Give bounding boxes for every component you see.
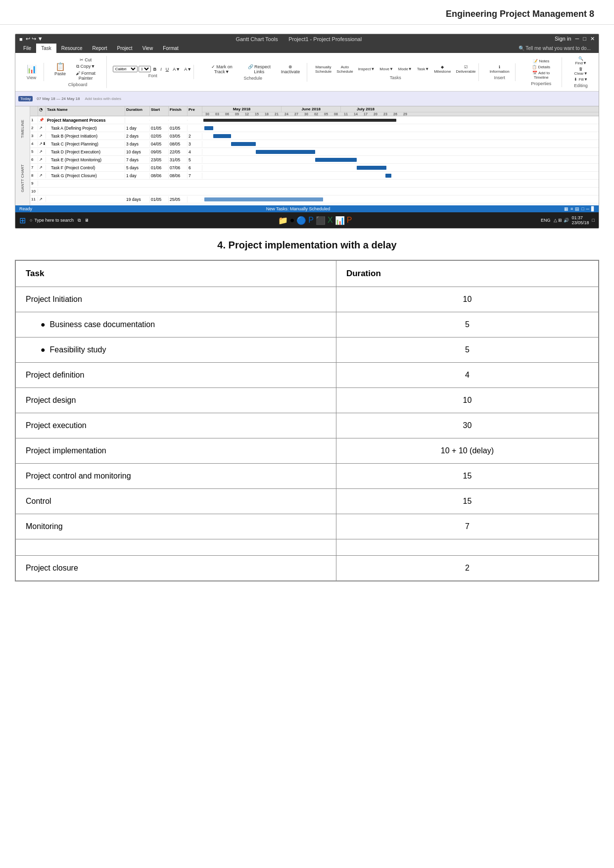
task-name-cell: Task B (Project Initiation): [46, 133, 125, 139]
ribbon-group-properties-label: Properties: [531, 81, 551, 86]
sign-in-label[interactable]: Sign in: [555, 36, 571, 42]
find-button[interactable]: 🔍 Find▼: [571, 56, 591, 66]
underline-button[interactable]: U: [164, 66, 171, 72]
copy-button[interactable]: ⧉ Copy▼: [69, 63, 102, 70]
gantt-bar: [256, 150, 315, 154]
powerpoint-icon[interactable]: P: [347, 216, 352, 225]
tab-resource[interactable]: Resource: [56, 44, 88, 53]
excel-icon[interactable]: X: [328, 216, 333, 225]
quick-access: ↩ ↪ ▼: [26, 36, 43, 42]
manually-schedule-button[interactable]: ManuallySchedule: [314, 64, 333, 74]
gantt-side-label: GANTT CHART: [20, 164, 25, 193]
ready-status: Ready: [19, 206, 32, 211]
respect-links-button[interactable]: 🔗 Respect Links: [242, 64, 277, 75]
tab-view[interactable]: View: [138, 44, 158, 53]
format-painter-button[interactable]: 🖌 Format Painter: [69, 70, 102, 81]
fill-button[interactable]: ⬇ Fill▼: [572, 77, 589, 82]
view-button-1[interactable]: ▦: [564, 206, 568, 211]
add-to-timeline-button[interactable]: 📅 Add to Timeline: [524, 70, 558, 80]
deliverable-button[interactable]: ☑ Deliverable: [454, 64, 477, 74]
clock: 01:3723/05/18: [572, 215, 589, 225]
milestone-button[interactable]: ◆ Milestone: [432, 64, 452, 74]
gantt-side-labels: TIMELINE GANTT CHART: [15, 106, 30, 205]
minimize-button[interactable]: ─: [575, 36, 579, 42]
excel2-icon[interactable]: 📊: [335, 216, 345, 225]
table-row: 3 ↗ Task B (Project Initiation) 2 days 0…: [30, 132, 599, 140]
auto-schedule-button[interactable]: AutoSchedule: [335, 64, 354, 74]
view-button-4[interactable]: □: [581, 206, 584, 211]
font-size-select[interactable]: 11: [139, 66, 151, 72]
task-name-cell: Project design: [16, 388, 336, 413]
ribbon-group-clipboard-label: Clipboard: [68, 82, 88, 87]
search-box[interactable]: ○ Type here to search: [30, 218, 74, 223]
search-text: Type here to search: [34, 218, 74, 223]
gantt-bar: [213, 134, 231, 138]
add-tasks-hint: Add tasks with dates: [85, 96, 121, 101]
col-task-header: Task: [16, 261, 336, 287]
duration-cell: 15: [336, 464, 598, 489]
taskbar-apps: 📁 ● 🔵 P ⬛ X 📊 P: [93, 216, 537, 225]
ribbon-group-editing: 🔍 Find▼ 🗑 Clear▼ ⬇ Fill▼ Editing: [567, 55, 595, 89]
windows-icon: ⊞: [19, 216, 26, 225]
tab-project[interactable]: Project: [112, 44, 138, 53]
gantt-bar: [357, 166, 386, 170]
today-indicator: Today: [18, 96, 33, 101]
information-button[interactable]: ℹ Information: [488, 64, 511, 74]
table-body: Project Initiation10● Business case docu…: [16, 287, 599, 581]
bg-color-button[interactable]: A▼: [183, 66, 193, 72]
gantt-content: ◔ Task Name Duration Start Finish Pre Ma…: [30, 106, 599, 205]
italic-button[interactable]: I: [159, 66, 163, 72]
task-button[interactable]: Task▼: [416, 66, 430, 72]
paste-button[interactable]: 📋Paste: [53, 61, 67, 77]
gantt-bar: [315, 158, 357, 162]
inspect-button[interactable]: Inspect▼: [357, 66, 377, 72]
chrome-icon[interactable]: ●: [290, 216, 295, 225]
tab-task[interactable]: Task: [36, 44, 56, 53]
gantt-bar: [204, 126, 213, 130]
move-button[interactable]: Move▼: [378, 66, 394, 72]
tab-format[interactable]: Format: [158, 44, 184, 53]
gantt-chart-button[interactable]: 📊: [25, 64, 38, 74]
clear-button[interactable]: 🗑 Clear▼: [571, 66, 591, 76]
desktop-button[interactable]: 🖥: [85, 218, 89, 223]
font-family-select[interactable]: Calibri: [113, 66, 138, 72]
mode-button[interactable]: Mode▼: [397, 66, 414, 72]
table-row: 4 ↗⬇ Task C (Project Planning) 3 days 04…: [30, 140, 599, 148]
page-title: Engineering Project Management 8: [0, 0, 614, 25]
show-desktop-button[interactable]: □: [592, 218, 595, 223]
calendar-header: May 2018 June 2018 July 2018 30 03 06 09…: [202, 106, 599, 116]
tab-report[interactable]: Report: [88, 44, 112, 53]
notes-button[interactable]: 📝 Notes: [531, 58, 551, 64]
gantt-col-headers: ◔ Task Name Duration Start Finish Pre Ma…: [30, 106, 599, 116]
details-button[interactable]: 📋 Details: [530, 64, 552, 70]
explorer-icon[interactable]: 📁: [278, 216, 288, 225]
task-name-cell: Project control and monitoring: [16, 464, 336, 489]
new-tasks-status: New Tasks: Manually Scheduled: [266, 206, 330, 211]
cut-button[interactable]: ✂ Cut: [69, 57, 102, 63]
tab-file[interactable]: File: [18, 44, 36, 53]
task-name-header: Task Name: [46, 106, 125, 116]
ribbon-group-font: Calibri 11 B I U A▼ A▼ Font: [112, 65, 194, 79]
mark-on-track-button[interactable]: ✓ Mark on Track▼: [203, 64, 240, 75]
tell-me-input[interactable]: 🔍 Tell me what you want to do...: [514, 44, 596, 53]
font-color-button[interactable]: A▼: [171, 66, 182, 72]
view-button-3[interactable]: ▤: [575, 206, 579, 211]
view-button-2[interactable]: ≡: [570, 206, 573, 211]
ribbon-group-properties: 📝 Notes 📋 Details 📅 Add to Timeline Prop…: [520, 57, 562, 87]
close-button[interactable]: ✕: [590, 36, 595, 42]
task-name-cell: Project Management Process: [46, 117, 125, 123]
view-slider[interactable]: ─: [586, 206, 589, 211]
restore-button[interactable]: □: [583, 36, 586, 42]
project-taskbar-icon[interactable]: P: [308, 216, 314, 225]
table-row: Monitoring7: [16, 514, 599, 539]
duration-cell: 2: [336, 556, 598, 581]
app3-icon[interactable]: 🔵: [296, 216, 306, 225]
app5-icon[interactable]: ⬛: [316, 216, 326, 225]
task-name-cell: ● Business case documentation: [16, 312, 336, 338]
table-row: Project control and monitoring15: [16, 464, 599, 489]
inactivate-button[interactable]: ⊗ Inactivate: [278, 64, 303, 75]
section-heading: 4. Project implementation with a delay: [15, 240, 599, 251]
start-button[interactable]: ⊞: [19, 216, 26, 225]
bold-button[interactable]: B: [152, 66, 158, 72]
task-view-button[interactable]: ⧉: [78, 218, 81, 223]
